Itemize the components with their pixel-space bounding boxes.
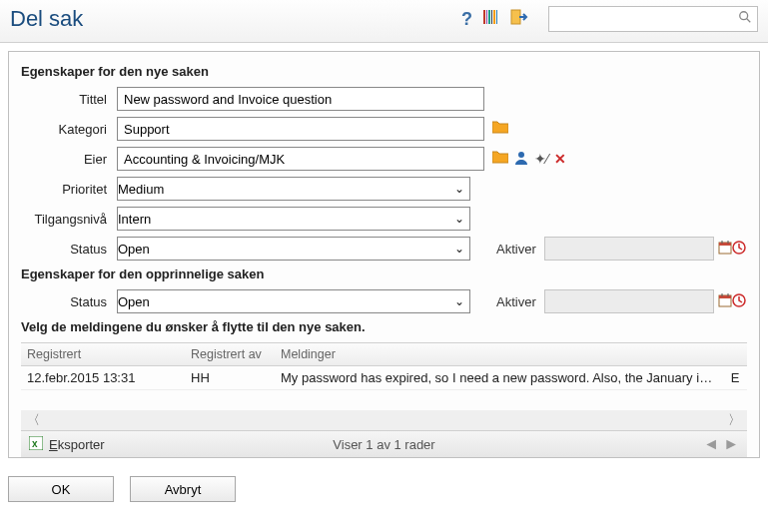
status-orig-select[interactable]: Open <box>117 289 470 313</box>
label-status: Status <box>21 242 117 257</box>
titlebar: Del sak ? <box>0 0 768 43</box>
calendar-icon[interactable] <box>718 241 732 258</box>
help-icon[interactable]: ? <box>461 9 472 30</box>
page-next-icon[interactable]: ► <box>723 435 739 453</box>
row-category: Kategori <box>21 117 747 141</box>
svg-rect-5 <box>496 10 497 24</box>
svg-rect-2 <box>488 10 490 24</box>
wand-icon[interactable]: ✦⁄ <box>534 151 548 167</box>
col-header-registered[interactable]: Registrert <box>21 343 185 365</box>
page-prev-icon[interactable]: ◄ <box>703 435 719 453</box>
svg-rect-0 <box>483 10 485 24</box>
search-wrap <box>548 6 758 32</box>
row-title: Tittel <box>21 87 747 111</box>
window-title: Del sak <box>10 6 461 32</box>
label-status: Status <box>21 294 117 309</box>
activate-new-input[interactable] <box>544 237 714 261</box>
section-title-new: Egenskaper for den nye saken <box>21 64 747 79</box>
grid-footer: x Eksporter Viser 1 av 1 rader ◄ ► <box>21 430 747 457</box>
row-status-new: Status Open ⌄ Aktiver <box>21 237 747 261</box>
svg-rect-1 <box>486 10 487 24</box>
row-access: Tilgangsnivå Intern ⌄ <box>21 207 747 231</box>
grid-header: Registrert Registrert av Meldinger <box>21 342 747 366</box>
cell-extra: E <box>723 366 747 389</box>
priority-select[interactable]: Medium <box>117 177 470 201</box>
col-header-messages[interactable]: Meldinger <box>275 343 723 365</box>
status-new-select[interactable]: Open <box>117 237 470 261</box>
section-title-orig: Egenskaper for den opprinnelige saken <box>21 266 747 281</box>
dialog-footer: OK Avbryt <box>0 466 768 512</box>
title-input[interactable] <box>117 87 484 111</box>
barcode-icon[interactable] <box>482 8 500 31</box>
label-category: Kategori <box>21 122 117 137</box>
table-row[interactable]: 12.febr.2015 13:31 HH My password has ex… <box>21 366 747 390</box>
row-owner: Eier ✦⁄ ✕ <box>21 147 747 171</box>
owner-input[interactable] <box>117 147 484 171</box>
excel-icon: x <box>29 436 43 453</box>
section-title-msgs: Velg de meldingene du ønsker å flytte ti… <box>21 319 747 334</box>
clock-icon[interactable] <box>732 241 746 258</box>
svg-text:x: x <box>32 438 38 449</box>
label-owner: Eier <box>21 152 117 167</box>
cell-registered: 12.febr.2015 13:31 <box>21 366 185 389</box>
ok-button[interactable]: OK <box>8 476 114 502</box>
category-input[interactable] <box>117 117 484 141</box>
svg-rect-6 <box>511 10 520 24</box>
clock-icon[interactable] <box>732 293 746 310</box>
clear-icon[interactable]: ✕ <box>554 151 566 167</box>
svg-rect-3 <box>491 10 492 24</box>
scroll-left-icon[interactable]: 〈 <box>27 411 40 429</box>
user-icon[interactable] <box>514 151 528 168</box>
col-header-registered-by[interactable]: Registrert av <box>185 343 275 365</box>
export-goto-icon[interactable] <box>510 8 528 31</box>
row-status-orig: Status Open ⌄ Aktiver <box>21 289 747 313</box>
export-label: Eksporter <box>49 437 105 452</box>
label-access: Tilgangsnivå <box>21 212 117 227</box>
svg-rect-16 <box>719 295 731 298</box>
scroll-right-icon[interactable]: 〉 <box>728 411 741 429</box>
access-select[interactable]: Intern <box>117 207 470 231</box>
search-input[interactable] <box>548 6 758 32</box>
cell-registered-by: HH <box>185 366 275 389</box>
label-title: Tittel <box>21 92 117 107</box>
col-header-extra[interactable] <box>723 343 747 365</box>
main-panel: Egenskaper for den nye saken Tittel Kate… <box>8 51 760 458</box>
cell-message: My password has expired, so I need a new… <box>275 366 723 389</box>
row-count-label: Viser 1 av 1 rader <box>333 437 434 452</box>
titlebar-icons: ? <box>461 6 758 32</box>
svg-rect-11 <box>719 243 731 246</box>
label-activate: Aktiver <box>496 242 536 257</box>
label-activate: Aktiver <box>496 294 536 309</box>
calendar-icon[interactable] <box>718 293 732 310</box>
folder-icon[interactable] <box>492 120 508 138</box>
horizontal-scrollbar[interactable]: 〈 〉 <box>21 410 747 430</box>
svg-point-9 <box>518 152 524 158</box>
svg-rect-4 <box>493 10 495 24</box>
folder-icon[interactable] <box>492 150 508 168</box>
cancel-button[interactable]: Avbryt <box>130 476 236 502</box>
activate-orig-input[interactable] <box>544 289 714 313</box>
label-priority: Prioritet <box>21 182 117 197</box>
row-priority: Prioritet Medium ⌄ <box>21 177 747 201</box>
export-button[interactable]: x Eksporter <box>29 436 105 453</box>
